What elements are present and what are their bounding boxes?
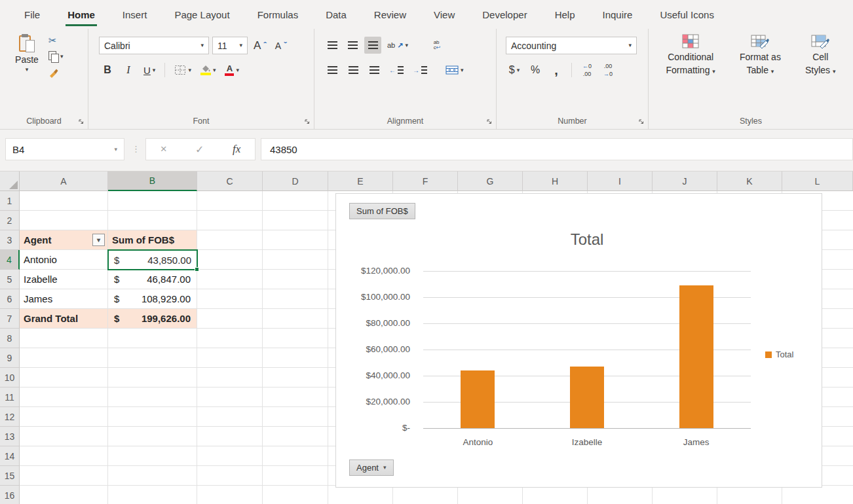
paste-button[interactable]: Paste ▾ — [9, 34, 45, 73]
italic-button[interactable]: I — [120, 62, 137, 79]
number-format-select[interactable]: Accounting ▾ — [506, 37, 637, 54]
formula-bar-grip-icon[interactable]: ⋮ — [132, 144, 140, 154]
row-header-9[interactable]: 9 — [0, 348, 20, 368]
decrease-indent-button[interactable]: ← — [387, 62, 406, 79]
pivot-filter-dropdown-button[interactable]: ▾ — [92, 234, 105, 246]
tab-useful-icons[interactable]: Useful Icons — [646, 0, 728, 29]
row-header-3[interactable]: 3 — [0, 230, 20, 250]
font-dialog-launcher-icon[interactable] — [304, 118, 311, 125]
row-header-8[interactable]: 8 — [0, 329, 20, 348]
column-header-i[interactable]: I — [588, 171, 653, 191]
cell-a5-izabelle[interactable]: Izabelle — [20, 270, 108, 289]
format-painter-icon[interactable] — [48, 67, 59, 78]
align-left-button[interactable] — [324, 62, 341, 79]
cell-styles-button[interactable]: CellStyles ▾ — [805, 34, 836, 77]
column-header-a[interactable]: A — [20, 171, 108, 191]
chart-axis-field-button[interactable]: Agent ▾ — [349, 459, 394, 476]
middle-align-button[interactable] — [344, 37, 361, 54]
increase-indent-button[interactable]: → — [410, 62, 430, 79]
column-header-e[interactable]: E — [328, 171, 393, 191]
align-center-button[interactable] — [345, 62, 362, 79]
column-header-k[interactable]: K — [717, 171, 782, 191]
enter-icon[interactable]: ✓ — [195, 143, 204, 156]
row-header-4[interactable]: 4 — [0, 250, 20, 270]
row-header-12[interactable]: 12 — [0, 407, 20, 427]
row-header-5[interactable]: 5 — [0, 270, 20, 289]
cell-a6-james[interactable]: James — [20, 289, 108, 309]
bar-antonio[interactable] — [461, 370, 495, 428]
bar-izabelle[interactable] — [570, 367, 604, 428]
select-all-corner[interactable] — [0, 171, 20, 191]
column-header-b[interactable]: B — [108, 171, 197, 191]
selected-cell-b4[interactable]: $ 43,850.00 — [107, 249, 198, 270]
merge-center-button[interactable]: ▾ — [443, 62, 466, 79]
chart-legend[interactable]: Total — [765, 350, 793, 359]
pivot-chart[interactable]: Sum of FOB$ Total $-$20,000.00$40,000.00… — [335, 193, 822, 488]
conditional-formatting-button[interactable]: ConditionalFormatting ▾ — [666, 34, 715, 77]
row-header-1[interactable]: 1 — [0, 191, 20, 211]
tab-file[interactable]: File — [10, 0, 54, 29]
insert-function-button[interactable]: fx — [233, 143, 240, 156]
column-header-h[interactable]: H — [523, 171, 588, 191]
tab-review[interactable]: Review — [360, 0, 420, 29]
tab-home[interactable]: Home — [54, 0, 109, 29]
percent-style-button[interactable]: % — [527, 62, 544, 79]
column-header-d[interactable]: D — [263, 171, 328, 191]
column-header-j[interactable]: J — [653, 171, 717, 191]
row-header-15[interactable]: 15 — [0, 466, 20, 486]
row-header-6[interactable]: 6 — [0, 289, 20, 309]
tab-data[interactable]: Data — [312, 0, 360, 29]
decrease-font-size-button[interactable]: Aˇ — [273, 37, 290, 54]
tab-formulas[interactable]: Formulas — [244, 0, 313, 29]
bottom-align-button[interactable] — [364, 37, 381, 54]
format-as-table-button[interactable]: Format asTable ▾ — [740, 34, 781, 77]
bold-button[interactable]: B — [99, 62, 116, 79]
pivot-header-agent-cell[interactable]: Agent ▾ — [20, 230, 108, 250]
tab-page-layout[interactable]: Page Layout — [161, 0, 243, 29]
cell-a7-grand-total[interactable]: Grand Total — [20, 309, 108, 329]
row-header-2[interactable]: 2 — [0, 211, 20, 230]
tab-help[interactable]: Help — [541, 0, 589, 29]
number-dialog-launcher-icon[interactable] — [638, 118, 645, 125]
row-header-13[interactable]: 13 — [0, 427, 20, 446]
cell-b7-grand-total-value[interactable]: $ 199,626.00 — [108, 309, 197, 329]
tab-view[interactable]: View — [420, 0, 468, 29]
wrap-text-button[interactable]: abc↩ — [428, 37, 445, 54]
decrease-decimal-button[interactable]: .00→0 — [599, 62, 616, 79]
row-header-7[interactable]: 7 — [0, 309, 20, 329]
tab-insert[interactable]: Insert — [109, 0, 161, 29]
row-header-10[interactable]: 10 — [0, 368, 20, 387]
cut-icon[interactable]: ✂ — [48, 35, 57, 45]
orientation-button[interactable]: ab↗▾ — [385, 37, 411, 54]
align-right-button[interactable] — [366, 62, 383, 79]
font-name-select[interactable]: Calibri ▾ — [99, 37, 209, 54]
comma-style-button[interactable]: , — [548, 62, 565, 79]
clipboard-dialog-launcher-icon[interactable] — [78, 118, 85, 125]
copy-button[interactable]: ▾ — [48, 51, 64, 62]
cell-b6-value[interactable]: $ 108,929.00 — [108, 289, 197, 309]
tab-inquire[interactable]: Inquire — [589, 0, 647, 29]
accounting-format-button[interactable]: $▾ — [506, 62, 523, 79]
cell-b5-value[interactable]: $ 46,847.00 — [108, 270, 197, 289]
underline-button[interactable]: U▾ — [141, 62, 158, 79]
column-header-g[interactable]: G — [458, 171, 523, 191]
cancel-icon[interactable]: × — [161, 143, 167, 156]
fill-color-button[interactable]: ▾ — [198, 62, 219, 79]
top-align-button[interactable] — [324, 37, 341, 54]
name-box[interactable]: B4 ▾ — [5, 138, 124, 160]
bar-james[interactable] — [679, 285, 713, 428]
increase-font-size-button[interactable]: Aˆ — [251, 37, 269, 54]
row-header-14[interactable]: 14 — [0, 446, 20, 466]
pivot-header-sum-cell[interactable]: Sum of FOB$ — [108, 230, 197, 250]
increase-decimal-button[interactable]: ←0.00 — [578, 62, 596, 79]
column-header-f[interactable]: F — [393, 171, 458, 191]
font-size-select[interactable]: 11 ▾ — [212, 37, 248, 54]
borders-button[interactable]: ▾ — [172, 62, 194, 79]
formula-input[interactable]: 43850 — [261, 138, 853, 160]
column-header-l[interactable]: L — [782, 171, 853, 191]
cell-a4-antonio[interactable]: Antonio — [20, 250, 108, 270]
row-header-11[interactable]: 11 — [0, 387, 20, 407]
fill-handle[interactable] — [195, 267, 199, 272]
font-color-button[interactable]: A ▾ — [222, 62, 242, 79]
tab-developer[interactable]: Developer — [468, 0, 540, 29]
